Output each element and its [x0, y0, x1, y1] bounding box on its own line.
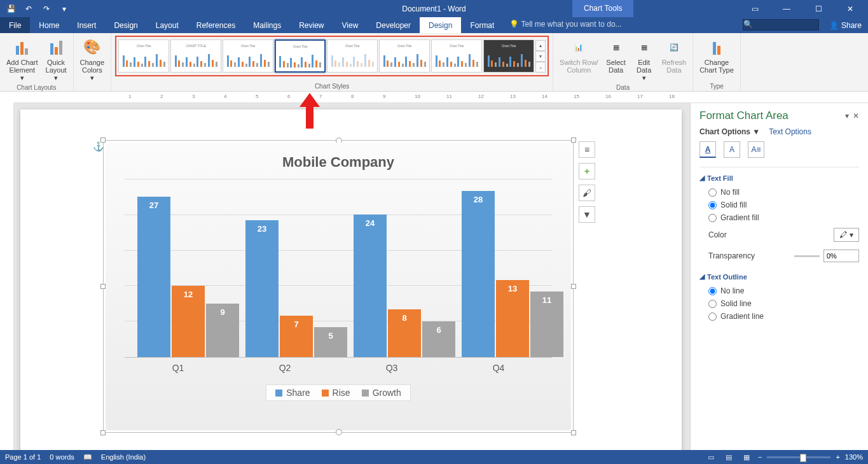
resize-handle-tl[interactable]	[100, 137, 106, 143]
resize-handle-tr[interactable]	[571, 137, 576, 143]
bar-share-q2[interactable]: 23	[245, 220, 279, 357]
resize-handle-ml[interactable]	[100, 284, 106, 289]
chart-style-1[interactable]: Chart Title	[118, 39, 169, 73]
resize-handle-mr[interactable]	[571, 284, 576, 289]
ribbon-display-icon[interactable]: ▭	[742, 1, 768, 17]
bar-rise-q1[interactable]: 12	[172, 286, 205, 357]
close-icon[interactable]: ✕	[837, 1, 863, 17]
undo-icon[interactable]: ↶	[24, 4, 33, 13]
redo-icon[interactable]: ↷	[42, 4, 51, 13]
chart-style-4-selected[interactable]: Chart Title	[275, 39, 326, 73]
bar-share-q4[interactable]: 28	[462, 191, 495, 357]
chart-legend[interactable]: ShareRiseGrowth	[266, 384, 411, 401]
chart-style-6[interactable]: Chart Title	[379, 39, 430, 73]
chart-style-7[interactable]: Chart Title	[431, 39, 482, 73]
pane-close-icon[interactable]: ✕	[853, 111, 859, 120]
bar-growth-q4[interactable]: 11	[530, 292, 563, 357]
select-data-button[interactable]: ▦Select Data	[603, 36, 629, 83]
chart-add-button[interactable]: +	[579, 163, 595, 179]
chart-object[interactable]: Mobile Company 2712923752486281311 Q1Q2Q…	[103, 140, 574, 433]
tab-mailings[interactable]: Mailings	[244, 17, 290, 33]
save-icon[interactable]: 💾	[6, 4, 15, 13]
maximize-icon[interactable]: ☐	[806, 1, 831, 17]
share-button[interactable]: 👤 Share	[823, 17, 868, 33]
read-mode-icon[interactable]: ▭	[705, 452, 717, 462]
print-layout-icon[interactable]: ▤	[722, 452, 735, 462]
edit-data-button[interactable]: ▦Edit Data ▾	[631, 36, 657, 83]
plot-area[interactable]: 2712923752486281311	[125, 179, 552, 358]
legend-item[interactable]: Growth	[362, 388, 401, 398]
chart-style-5[interactable]: Chart Title	[327, 39, 378, 73]
pane-dropdown-icon[interactable]: ▾	[845, 111, 849, 120]
chart-style-3[interactable]: Chart Title	[223, 39, 273, 73]
text-outline-section[interactable]: ◢ Text Outline	[699, 272, 859, 281]
legend-item[interactable]: Share	[275, 388, 310, 398]
chart-filter-button[interactable]: ▼	[579, 206, 595, 223]
tab-layout[interactable]: Layout	[147, 17, 188, 33]
chart-elements-button[interactable]: ≡	[579, 141, 595, 158]
text-effects-icon[interactable]: A	[724, 141, 740, 158]
tab-developer[interactable]: Developer	[367, 17, 420, 33]
transparency-spinner[interactable]	[823, 250, 859, 262]
tab-review[interactable]: Review	[290, 17, 333, 33]
tab-page-design[interactable]: Design	[105, 17, 146, 33]
language-indicator[interactable]: English (India)	[101, 453, 146, 461]
bar-share-q3[interactable]: 24	[354, 214, 387, 357]
resize-handle-br[interactable]	[571, 430, 576, 435]
spell-check-icon[interactable]: 📖	[83, 453, 92, 461]
zoom-out-icon[interactable]: −	[758, 453, 762, 461]
change-colors-button[interactable]: 🎨 Change Colors ▾	[78, 36, 107, 83]
tab-view[interactable]: View	[333, 17, 368, 33]
transparency-slider[interactable]	[794, 255, 820, 257]
chart-styles-button[interactable]: 🖌	[579, 185, 595, 201]
no-line-radio[interactable]: No line	[699, 285, 859, 297]
resize-handle-bl[interactable]	[100, 430, 106, 435]
minimize-icon[interactable]: —	[774, 1, 799, 17]
chart-title[interactable]: Mobile Company	[118, 154, 558, 171]
bar-share-q1[interactable]: 27	[137, 197, 170, 357]
bar-rise-q4[interactable]: 13	[496, 280, 529, 357]
word-count[interactable]: 0 words	[50, 453, 74, 461]
text-fill-section[interactable]: ◢ Text Fill	[699, 174, 859, 182]
document-area[interactable]: ⚓ Mobile Company 2712923752486281311 Q1Q…	[14, 103, 690, 451]
bar-rise-q3[interactable]: 8	[388, 309, 421, 357]
gradient-line-radio[interactable]: Gradient line	[699, 310, 859, 323]
solid-line-radio[interactable]: Solid line	[699, 297, 859, 310]
tab-home[interactable]: Home	[30, 17, 68, 33]
gradient-fill-radio[interactable]: Gradient fill	[699, 211, 859, 224]
chart-style-8[interactable]: Chart Title	[483, 39, 534, 73]
chart-style-2[interactable]: CHART TITLE	[170, 39, 221, 73]
zoom-slider[interactable]	[767, 456, 830, 458]
tab-insert[interactable]: Insert	[68, 17, 105, 33]
chart-area[interactable]: Mobile Company 2712923752486281311 Q1Q2Q…	[106, 143, 571, 430]
vertical-ruler[interactable]	[0, 103, 14, 451]
web-layout-icon[interactable]: ▦	[740, 452, 753, 462]
tab-file[interactable]: File	[0, 17, 30, 33]
textbox-icon[interactable]: A≡	[748, 141, 764, 158]
solid-fill-radio[interactable]: Solid fill	[699, 199, 859, 211]
color-picker-button[interactable]: 🖍 ▾	[834, 228, 859, 242]
add-chart-element-button[interactable]: Add Chart Element ▾	[4, 36, 41, 83]
zoom-in-icon[interactable]: +	[836, 453, 839, 461]
gallery-scroll[interactable]: ▴▾⌄	[535, 40, 546, 73]
chart-options-tab[interactable]: Chart Options ▼	[699, 127, 760, 136]
tell-me-search[interactable]: 💡 Tell me what you want to do...	[503, 17, 628, 33]
zoom-level[interactable]: 130%	[845, 453, 863, 461]
tab-chart-design[interactable]: Design	[420, 17, 461, 33]
tab-chart-format[interactable]: Format	[461, 17, 503, 33]
text-fill-outline-icon[interactable]: A	[699, 141, 716, 158]
bar-growth-q2[interactable]: 5	[314, 327, 347, 357]
no-fill-radio[interactable]: No fill	[699, 186, 859, 199]
bar-growth-q3[interactable]: 6	[422, 321, 455, 357]
text-options-tab[interactable]: Text Options	[769, 127, 811, 136]
quick-layout-button[interactable]: Quick Layout ▾	[43, 36, 69, 83]
tab-references[interactable]: References	[188, 17, 244, 33]
horizontal-ruler[interactable]: 123456789101112131415161718	[14, 92, 868, 103]
page-indicator[interactable]: Page 1 of 1	[5, 453, 41, 461]
legend-item[interactable]: Rise	[322, 388, 350, 398]
bar-growth-q1[interactable]: 9	[206, 304, 239, 357]
change-chart-type-button[interactable]: Change Chart Type	[697, 36, 736, 75]
qat-customize-icon[interactable]: ▾	[60, 4, 69, 13]
bar-rise-q2[interactable]: 7	[280, 316, 313, 357]
search-box[interactable]: 🔍	[743, 19, 819, 31]
